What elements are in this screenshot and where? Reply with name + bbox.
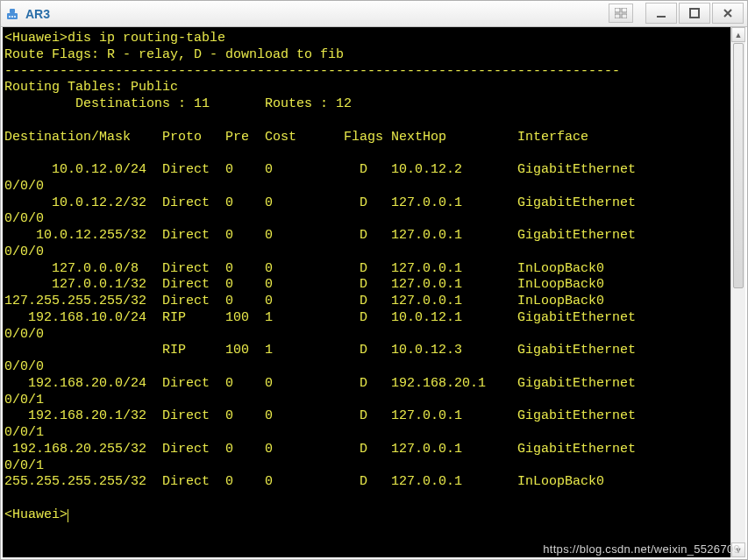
scroll-up-button[interactable]: ▲ [731, 27, 745, 42]
table-row: 192.168.10.0/24 RIP 100 1 D 10.0.12.1 Gi… [4, 310, 636, 325]
prompt-command: <Huawei>dis ip routing-table [4, 31, 225, 46]
cursor [68, 509, 68, 522]
table-row: 10.0.12.2/32 Direct 0 0 D 127.0.0.1 Giga… [4, 195, 636, 210]
watermark: https://blog.csdn.net/weixin_5526709 [543, 542, 740, 556]
table-row: 192.168.20.255/32 Direct 0 0 D 127.0.0.1… [4, 442, 636, 457]
table-row: 0/0/0 [4, 327, 44, 342]
route-flags-line: Route Flags: R - relay, D - download to … [4, 47, 344, 62]
dest-routes-count: Destinations : 11 Routes : 12 [4, 96, 352, 111]
table-row: 192.168.20.0/24 Direct 0 0 D 192.168.20.… [4, 376, 636, 391]
routing-tables-header: Routing Tables: Public [4, 80, 178, 95]
title-bar[interactable]: AR3 [1, 1, 747, 27]
table-row: 127.0.0.1/32 Direct 0 0 D 127.0.0.1 InLo… [4, 277, 604, 292]
table-row: 127.0.0.0/8 Direct 0 0 D 127.0.0.1 InLoo… [4, 261, 604, 276]
table-row: 0/0/0 [4, 211, 44, 226]
app-window: AR3 <Huawei>dis ip routing-table R [0, 0, 748, 560]
panel-button[interactable] [609, 4, 633, 23]
terminal-container: <Huawei>dis ip routing-table Route Flags… [3, 27, 745, 557]
table-row: RIP 100 1 D 10.0.12.3 GigabitEthernet [4, 343, 636, 358]
table-row: 127.255.255.255/32 Direct 0 0 D 127.0.0.… [4, 294, 604, 308]
table-row: 0/0/0 [4, 245, 44, 259]
svg-rect-6 [622, 8, 627, 12]
table-row: 10.0.12.0/24 Direct 0 0 D 10.0.12.2 Giga… [4, 162, 636, 177]
table-row: 0/0/0 [4, 179, 44, 194]
table-row: 0/0/1 [4, 393, 44, 408]
table-row: 192.168.20.1/32 Direct 0 0 D 127.0.0.1 G… [4, 408, 636, 423]
terminal[interactable]: <Huawei>dis ip routing-table Route Flags… [3, 27, 730, 557]
table-row: 0/0/0 [4, 359, 44, 374]
svg-rect-10 [690, 9, 699, 18]
minimize-button[interactable] [645, 3, 677, 24]
svg-rect-8 [622, 14, 627, 18]
app-icon [4, 6, 20, 22]
table-row: 10.0.12.255/32 Direct 0 0 D 127.0.0.1 Gi… [4, 228, 636, 243]
scrollbar[interactable]: ▲ ▼ [730, 27, 745, 557]
svg-point-4 [14, 16, 16, 18]
svg-rect-9 [657, 16, 666, 18]
column-header: Destination/Mask Proto Pre Cost Flags Ne… [4, 130, 588, 145]
maximize-button[interactable] [679, 3, 710, 24]
separator-line: ----------------------------------------… [4, 64, 620, 79]
prompt-end: <Huawei> [4, 507, 68, 522]
svg-rect-1 [10, 9, 15, 13]
close-button[interactable] [712, 3, 744, 24]
svg-point-2 [9, 16, 11, 18]
svg-rect-5 [615, 8, 620, 12]
table-row: 255.255.255.255/32 Direct 0 0 D 127.0.0.… [4, 474, 604, 489]
table-row: 0/0/1 [4, 425, 44, 440]
scroll-thumb[interactable] [733, 43, 744, 288]
table-row: 0/0/1 [4, 458, 44, 473]
window-title: AR3 [25, 7, 50, 21]
svg-rect-7 [615, 14, 620, 18]
svg-point-3 [11, 16, 13, 18]
title-bar-controls [609, 3, 744, 24]
